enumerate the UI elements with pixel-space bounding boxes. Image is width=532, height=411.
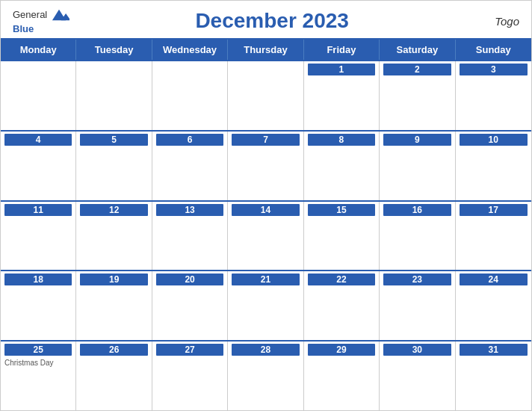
day-number: 12 [80, 204, 147, 216]
day-header-wednesday: Wednesday [152, 40, 228, 60]
day-cell: 3 [456, 61, 531, 130]
day-cell: 30 [380, 342, 455, 410]
day-number: 26 [80, 344, 147, 356]
day-header-monday: Monday [1, 40, 76, 60]
day-cell: 8 [304, 132, 380, 200]
day-cell: 10 [456, 132, 531, 200]
day-number: 24 [460, 274, 528, 285]
day-number: 13 [156, 204, 223, 216]
day-cell: 29 [304, 342, 380, 410]
day-number: 9 [383, 134, 451, 146]
day-number: 22 [308, 274, 375, 285]
day-number: 20 [156, 274, 223, 285]
day-number: 5 [80, 134, 147, 146]
day-cell: 21 [228, 271, 303, 340]
day-event: Christmas Day [4, 359, 72, 367]
week-row-5: 25Christmas Day262728293031 [1, 340, 531, 410]
day-cell [76, 61, 152, 130]
day-number: 3 [460, 64, 528, 75]
day-number: 21 [232, 274, 299, 285]
day-cell: 18 [1, 271, 76, 340]
day-headers-row: MondayTuesdayWednesdayThursdayFridaySatu… [1, 40, 531, 60]
day-number: 27 [156, 344, 223, 356]
country-label: Togo [474, 15, 519, 28]
day-number: 19 [80, 274, 147, 285]
logo-area: General Blue [13, 7, 69, 35]
day-cell: 9 [380, 132, 455, 200]
day-number: 28 [232, 344, 299, 356]
day-number: 4 [4, 134, 72, 146]
day-number: 31 [460, 344, 528, 356]
logo-blue-text: Blue [13, 22, 34, 35]
day-cell: 2 [380, 61, 455, 130]
day-cell: 31 [456, 342, 531, 410]
day-cell: 20 [152, 271, 228, 340]
day-number: 29 [308, 344, 375, 356]
day-cell: 1 [304, 61, 380, 130]
day-number: 6 [156, 134, 223, 146]
day-number: 18 [4, 274, 72, 285]
day-number: 1 [308, 64, 375, 75]
day-cell: 16 [380, 202, 455, 271]
calendar-title: December 2023 [69, 9, 474, 33]
day-number: 30 [383, 344, 451, 356]
day-number: 7 [232, 134, 299, 146]
day-cell [152, 61, 228, 130]
day-number: 15 [308, 204, 375, 216]
logo-mountain-icon [49, 7, 69, 22]
day-number: 11 [4, 204, 72, 216]
day-cell: 28 [228, 342, 303, 410]
day-cell: 5 [76, 132, 152, 200]
day-number: 8 [308, 134, 375, 146]
day-cell: 23 [380, 271, 455, 340]
day-cell: 22 [304, 271, 380, 340]
day-cell [228, 61, 303, 130]
day-cell [1, 61, 76, 130]
week-row-3: 11121314151617 [1, 200, 531, 271]
day-cell: 24 [456, 271, 531, 340]
day-cell: 15 [304, 202, 380, 271]
day-header-sunday: Sunday [456, 40, 531, 60]
day-cell: 13 [152, 202, 228, 271]
week-row-4: 18192021222324 [1, 270, 531, 340]
day-cell: 19 [76, 271, 152, 340]
logo-general-text: General [13, 9, 47, 20]
day-cell: 4 [1, 132, 76, 200]
day-cell: 27 [152, 342, 228, 410]
day-header-friday: Friday [304, 40, 380, 60]
day-header-thursday: Thursday [228, 40, 303, 60]
day-cell: 14 [228, 202, 303, 271]
day-number: 17 [460, 204, 528, 216]
week-row-1: 123 [1, 60, 531, 130]
day-number: 10 [460, 134, 528, 146]
day-number: 2 [383, 64, 451, 75]
day-header-tuesday: Tuesday [76, 40, 152, 60]
logo-text: General [13, 7, 69, 22]
calendar: General Blue December 2023 Togo MondayTu… [0, 0, 532, 411]
day-number: 25 [4, 344, 72, 356]
weeks-container: 1234567891011121314151617181920212223242… [1, 60, 531, 410]
day-cell: 26 [76, 342, 152, 410]
day-cell: 25Christmas Day [1, 342, 76, 410]
day-cell: 12 [76, 202, 152, 271]
day-number: 16 [383, 204, 451, 216]
day-header-saturday: Saturday [380, 40, 455, 60]
calendar-header: General Blue December 2023 Togo [1, 1, 531, 38]
day-cell: 11 [1, 202, 76, 271]
day-cell: 17 [456, 202, 531, 271]
day-cell: 6 [152, 132, 228, 200]
day-number: 23 [383, 274, 451, 285]
calendar-grid: MondayTuesdayWednesdayThursdayFridaySatu… [1, 38, 531, 410]
day-number: 14 [232, 204, 299, 216]
day-cell: 7 [228, 132, 303, 200]
week-row-2: 45678910 [1, 130, 531, 200]
